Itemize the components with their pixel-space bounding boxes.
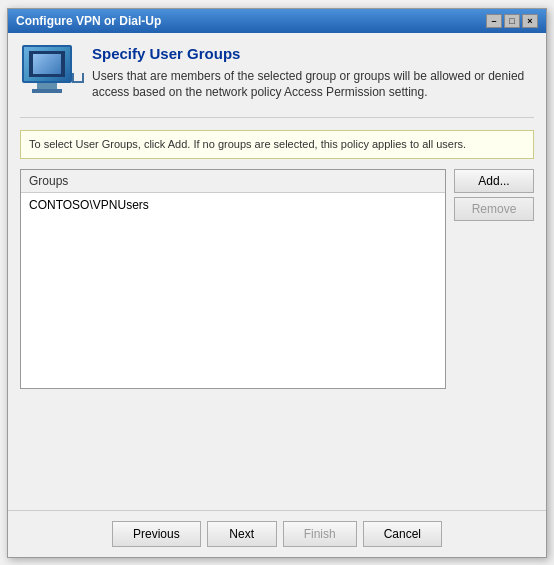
previous-button[interactable]: Previous [112,521,201,547]
close-button[interactable]: × [522,14,538,28]
window-title: Configure VPN or Dial-Up [16,14,486,28]
groups-list-header: Groups [21,170,445,193]
header-title: Specify User Groups [92,45,534,62]
cancel-button[interactable]: Cancel [363,521,442,547]
groups-area: Groups CONTOSO\VPNUsers Add... Remove [20,169,534,490]
info-bar: To select User Groups, click Add. If no … [20,130,534,159]
title-bar: Configure VPN or Dial-Up – □ × [8,9,546,33]
header-section: Specify User Groups Users that are membe… [20,45,534,118]
title-controls: – □ × [486,14,538,28]
add-button[interactable]: Add... [454,169,534,193]
maximize-button[interactable]: □ [504,14,520,28]
header-icon [20,45,80,105]
next-button[interactable]: Next [207,521,277,547]
header-description: Users that are members of the selected g… [92,68,534,102]
groups-list-container: Groups CONTOSO\VPNUsers [20,169,446,389]
list-item[interactable]: CONTOSO\VPNUsers [21,195,445,215]
cable-icon [72,73,84,83]
minimize-button[interactable]: – [486,14,502,28]
screen-icon [29,51,65,77]
bottom-navigation: Previous Next Finish Cancel [8,510,546,557]
groups-list-body[interactable]: CONTOSO\VPNUsers [21,193,445,388]
info-bar-text: To select User Groups, click Add. If no … [29,138,466,150]
remove-button[interactable]: Remove [454,197,534,221]
header-text-block: Specify User Groups Users that are membe… [92,45,534,102]
content-area: Specify User Groups Users that are membe… [8,33,546,502]
finish-button[interactable]: Finish [283,521,357,547]
monitor-icon [22,45,72,83]
groups-buttons: Add... Remove [454,169,534,490]
monitor-base-icon [32,89,62,93]
main-window: Configure VPN or Dial-Up – □ × Sp [7,8,547,558]
